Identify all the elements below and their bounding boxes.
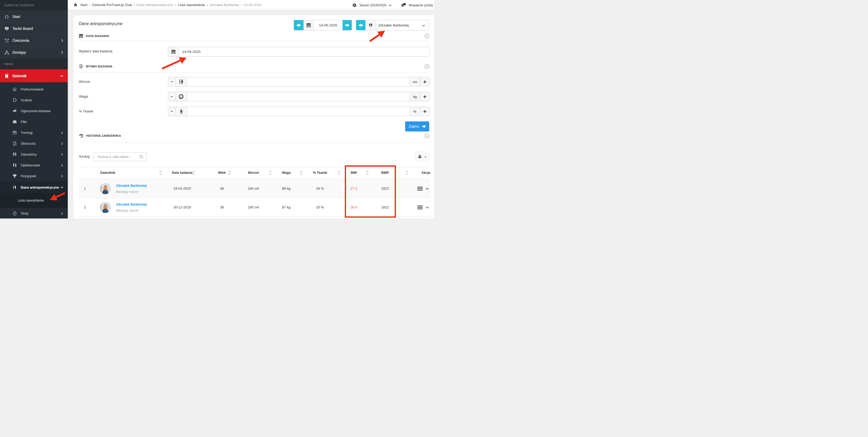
- svg-text:31: 31: [14, 132, 16, 134]
